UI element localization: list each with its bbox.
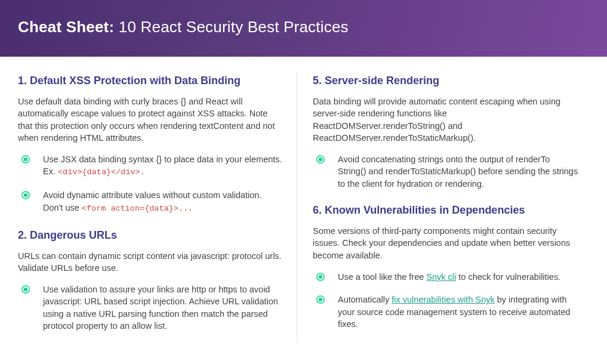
section-2-desc: URLs can contain dynamic script content … [18, 250, 284, 274]
section-6-bullet-2: Automatically fix vulnerabilities with S… [313, 294, 578, 330]
section-6-desc: Some versions of third-party components … [313, 225, 578, 261]
title-rest: 10 React Security Best Practices [114, 18, 348, 36]
bullet-text-pre: Use a tool like the free [338, 272, 426, 282]
left-column: 1. Default XSS Protection with Data Bind… [18, 72, 297, 343]
section-1-bullet-2: Avoid dynamic attribute values without c… [18, 189, 284, 214]
bullet-text-pre: Automatically [338, 295, 392, 304]
bullet-icon [21, 285, 30, 294]
section-2-bullet-1: Use validation to assure your links are … [18, 283, 284, 332]
bullet-icon [21, 191, 30, 199]
bullet-icon [316, 155, 325, 164]
fix-vulnerabilities-link[interactable]: fix vulnerabilities with Snyk [392, 295, 494, 304]
section-5-bullet-1: Avoid concatenating strings onto the out… [313, 153, 578, 190]
bullet-text: Use JSX data binding syntax {} to place … [43, 153, 284, 178]
section-2-title: 2. Dangerous URLs [18, 229, 284, 242]
bullet-icon [316, 295, 325, 304]
bullet-text: Automatically fix vulnerabilities with S… [338, 294, 578, 330]
bullet-text: Use validation to assure your links are … [43, 283, 284, 332]
bullet-text-post: to check for vulnerabilities. [456, 272, 560, 282]
bullet-text: Use a tool like the free Snyk cli to che… [338, 271, 578, 283]
content-area: 1. Default XSS Protection with Data Bind… [0, 57, 607, 348]
code-snippet: <form action={data}>... [82, 204, 193, 213]
section-6-title: 6. Known Vulnerabilities in Dependencies [313, 204, 578, 217]
section-5-title: 5. Server-side Rendering [313, 75, 578, 87]
section-1-desc: Use default data binding with curly brac… [18, 95, 284, 144]
snyk-cli-link[interactable]: Snyk cli [426, 272, 456, 282]
page-title: Cheat Sheet: 10 React Security Best Prac… [18, 18, 589, 36]
bullet-text: Avoid concatenating strings onto the out… [338, 153, 578, 190]
right-column: 5. Server-side Rendering Data binding wi… [297, 72, 589, 343]
bullet-icon [316, 273, 325, 281]
code-snippet: <div>{data}</div>. [58, 168, 145, 177]
bullet-text: Avoid dynamic attribute values without c… [43, 189, 284, 214]
bullet-icon [21, 155, 30, 164]
section-5-desc: Data binding will provide automatic cont… [313, 95, 578, 144]
section-1-bullet-1: Use JSX data binding syntax {} to place … [18, 153, 284, 178]
section-1-title: 1. Default XSS Protection with Data Bind… [18, 75, 284, 87]
section-6-bullet-1: Use a tool like the free Snyk cli to che… [313, 271, 578, 283]
page-header: Cheat Sheet: 10 React Security Best Prac… [0, 0, 607, 57]
title-bold: Cheat Sheet: [18, 18, 114, 36]
